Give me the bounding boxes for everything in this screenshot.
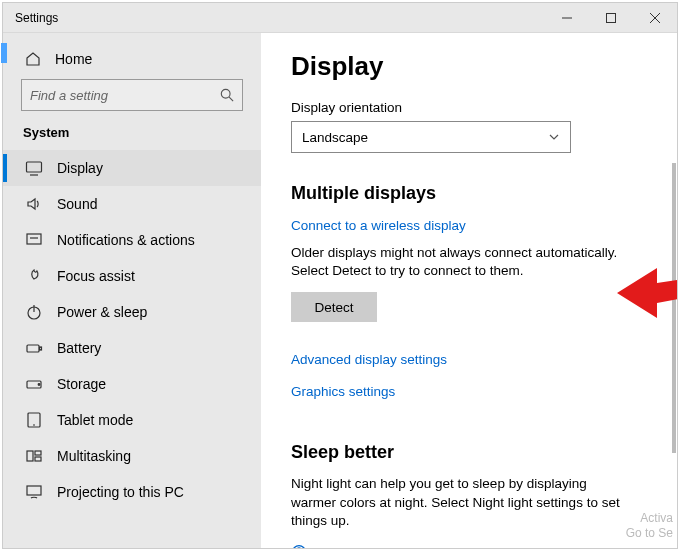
activate-line1: Activa: [626, 511, 673, 525]
get-help-label: Get help: [317, 545, 368, 548]
window-body: Home System Display Sound: [3, 33, 677, 548]
search-container: [3, 79, 261, 125]
sidebar-item-display[interactable]: Display: [3, 150, 261, 186]
activate-watermark: Activa Go to Se: [626, 511, 673, 540]
sidebar: Home System Display Sound: [3, 33, 261, 548]
sidebar-item-label: Notifications & actions: [57, 232, 195, 248]
svg-rect-19: [35, 451, 41, 455]
scrollbar-thumb[interactable]: [672, 163, 676, 453]
svg-rect-21: [27, 486, 41, 495]
older-displays-text: Older displays might not always connect …: [291, 244, 631, 280]
graphics-settings-link[interactable]: Graphics settings: [291, 384, 395, 399]
sidebar-item-tablet-mode[interactable]: Tablet mode: [3, 402, 261, 438]
sidebar-item-battery[interactable]: Battery: [3, 330, 261, 366]
storage-icon: [25, 375, 43, 393]
svg-rect-1: [607, 14, 616, 23]
help-icon: [291, 544, 307, 548]
main-content: Display Display orientation Landscape Mu…: [261, 33, 677, 548]
sound-icon: [25, 195, 43, 213]
sidebar-item-sound[interactable]: Sound: [3, 186, 261, 222]
sidebar-item-notifications[interactable]: Notifications & actions: [3, 222, 261, 258]
sidebar-item-focus-assist[interactable]: Focus assist: [3, 258, 261, 294]
sidebar-item-label: Display: [57, 160, 103, 176]
svg-rect-13: [40, 347, 42, 350]
search-icon: [220, 88, 234, 102]
sidebar-section-label: System: [3, 125, 261, 150]
power-icon: [25, 303, 43, 321]
window-controls: [545, 3, 677, 33]
multitask-icon: [25, 447, 43, 465]
sidebar-item-label: Projecting to this PC: [57, 484, 184, 500]
sleep-better-heading: Sleep better: [291, 442, 655, 463]
svg-rect-6: [27, 162, 42, 172]
orientation-label: Display orientation: [291, 100, 655, 115]
sidebar-item-multitasking[interactable]: Multitasking: [3, 438, 261, 474]
advanced-display-link[interactable]: Advanced display settings: [291, 352, 447, 367]
svg-rect-12: [27, 345, 39, 352]
tablet-icon: [25, 411, 43, 429]
home-link[interactable]: Home: [3, 45, 261, 79]
nav-list: Display Sound Notifications & actions Fo…: [3, 150, 261, 510]
orientation-value: Landscape: [302, 130, 368, 145]
wireless-display-link[interactable]: Connect to a wireless display: [291, 218, 466, 233]
sidebar-item-label: Focus assist: [57, 268, 135, 284]
notifications-icon: [25, 231, 43, 249]
projecting-icon: [25, 483, 43, 501]
svg-rect-18: [27, 451, 33, 461]
sidebar-item-projecting[interactable]: Projecting to this PC: [3, 474, 261, 510]
svg-rect-8: [27, 234, 41, 244]
sidebar-item-label: Multitasking: [57, 448, 131, 464]
close-button[interactable]: [633, 3, 677, 33]
orientation-select[interactable]: Landscape: [291, 121, 571, 153]
titlebar: Settings: [3, 3, 677, 33]
page-title: Display: [291, 51, 655, 82]
sidebar-item-power-sleep[interactable]: Power & sleep: [3, 294, 261, 330]
obscured-app-edge: [1, 43, 7, 63]
sidebar-item-label: Tablet mode: [57, 412, 133, 428]
sidebar-item-label: Power & sleep: [57, 304, 147, 320]
settings-window: Settings Home: [2, 2, 678, 549]
search-box[interactable]: [21, 79, 243, 111]
sidebar-item-storage[interactable]: Storage: [3, 366, 261, 402]
detect-button[interactable]: Detect: [291, 292, 377, 322]
battery-icon: [25, 339, 43, 357]
sidebar-item-label: Battery: [57, 340, 101, 356]
activate-line2: Go to Se: [626, 526, 673, 540]
sidebar-item-label: Sound: [57, 196, 97, 212]
minimize-button[interactable]: [545, 3, 589, 33]
home-icon: [25, 51, 41, 67]
svg-point-4: [221, 89, 230, 98]
get-help-link[interactable]: Get help: [291, 540, 655, 548]
multiple-displays-heading: Multiple displays: [291, 183, 655, 204]
focus-icon: [25, 267, 43, 285]
scrollbar[interactable]: [671, 163, 677, 523]
window-title: Settings: [3, 11, 58, 25]
display-icon: [25, 159, 43, 177]
svg-point-15: [38, 384, 40, 386]
svg-line-5: [229, 97, 233, 101]
sleep-better-text: Night light can help you get to sleep by…: [291, 475, 631, 530]
home-label: Home: [55, 51, 92, 67]
search-input[interactable]: [30, 88, 220, 103]
chevron-down-icon: [548, 131, 560, 143]
maximize-button[interactable]: [589, 3, 633, 33]
svg-rect-20: [35, 457, 41, 461]
sidebar-item-label: Storage: [57, 376, 106, 392]
